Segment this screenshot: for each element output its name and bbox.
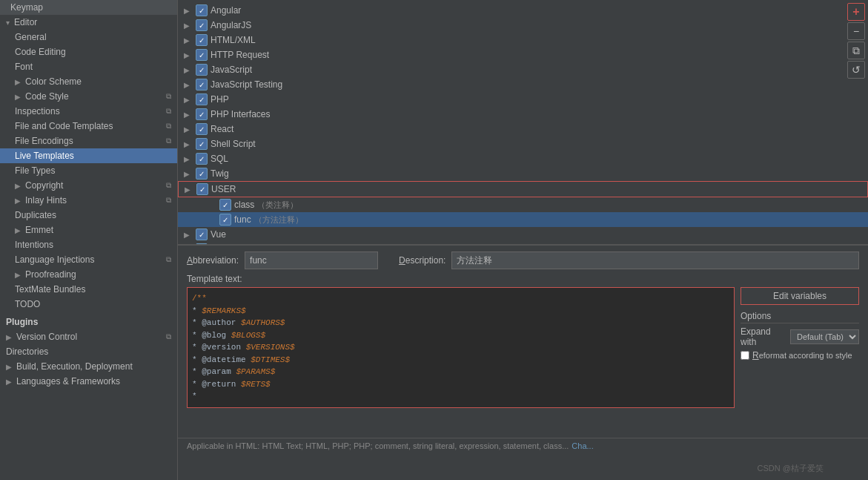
- arrow-icon: ▶: [6, 378, 12, 386]
- copy-button[interactable]: ⧉: [847, 42, 865, 59]
- checkbox-sql[interactable]: ✓: [196, 153, 208, 165]
- reset-button[interactable]: ↺: [847, 61, 865, 79]
- code-line: * $REMARKS$: [192, 305, 729, 318]
- sidebar-item-label: Code Style: [25, 91, 69, 102]
- copy-icon: ⧉: [166, 122, 171, 131]
- tree-item-label: Shell Script: [211, 139, 256, 149]
- sidebar-item-languages[interactable]: ▶ Languages & Frameworks: [0, 374, 177, 389]
- tree-row-twig[interactable]: ▶ ✓ Twig: [178, 166, 868, 181]
- checkbox-angularjs[interactable]: ✓: [196, 19, 208, 31]
- tree-row-shell[interactable]: ▶ ✓ Shell Script: [178, 137, 868, 151]
- sidebar-item-keymap[interactable]: Keymap: [0, 0, 177, 15]
- sidebar-item-plugins[interactable]: Plugins: [0, 315, 177, 329]
- sidebar-item-proofreading[interactable]: ▶ Proofreading: [0, 267, 177, 282]
- tree-row-react[interactable]: ▶ ✓ React: [178, 122, 868, 137]
- sidebar-item-code-editing[interactable]: Code Editing: [0, 45, 177, 59]
- checkbox-shell[interactable]: ✓: [196, 138, 208, 150]
- sidebar-item-inspections[interactable]: Inspections ⧉: [0, 104, 177, 119]
- abbreviation-input[interactable]: [245, 251, 378, 269]
- edit-variables-label: Edit variables: [773, 291, 826, 301]
- sidebar-item-duplicates[interactable]: Duplicates: [0, 208, 177, 223]
- sidebar-item-color-scheme[interactable]: ▶ Color Scheme: [0, 74, 177, 89]
- tree-row-angular[interactable]: ▶ ✓ Angular: [178, 3, 868, 18]
- checkbox-xsl[interactable]: ✓: [196, 243, 208, 245]
- tree-item-label: SQL: [211, 154, 228, 164]
- tree-row-php-iface[interactable]: ▶ ✓ PHP Interfaces: [178, 107, 868, 122]
- checkbox-react[interactable]: ✓: [196, 123, 208, 135]
- tree-item-sublabel: （方法注释）: [254, 214, 303, 226]
- tree-row-user[interactable]: ▶ ✓ USER: [178, 181, 868, 197]
- checkbox-vue[interactable]: ✓: [196, 229, 208, 240]
- checkbox-js[interactable]: ✓: [196, 64, 208, 76]
- sidebar-item-build[interactable]: ▶ Build, Execution, Deployment: [0, 359, 177, 374]
- sidebar-item-directories[interactable]: Directories: [0, 344, 177, 359]
- tree-row-class[interactable]: ✓ class （类注释）: [178, 197, 868, 212]
- tree-row-vue[interactable]: ▶ ✓ Vue: [178, 227, 868, 242]
- arrow-icon: ▶: [15, 182, 21, 190]
- reformat-checkbox[interactable]: [741, 351, 749, 360]
- expand-arrow-icon: ▶: [184, 66, 196, 74]
- sidebar-item-todo[interactable]: TODO: [0, 297, 177, 312]
- checkbox-js-testing[interactable]: ✓: [196, 79, 208, 91]
- tree-row-func[interactable]: ✓ func （方法注释）: [178, 212, 868, 227]
- sidebar-item-label: TextMate Bundles: [15, 284, 85, 295]
- tree-item-label: PHP: [211, 94, 229, 105]
- sidebar-item-textmate[interactable]: TextMate Bundles: [0, 282, 177, 297]
- sidebar-item-intentions[interactable]: Intentions: [0, 237, 177, 252]
- desc-underline: D: [399, 255, 405, 266]
- checkbox-http[interactable]: ✓: [196, 49, 208, 61]
- sidebar-item-label: File Types: [15, 165, 55, 176]
- sidebar-item-copyright[interactable]: ▶ Copyright ⧉: [0, 178, 177, 193]
- tree-row-xsl[interactable]: ▶ ✓ xsl: [178, 242, 868, 245]
- code-line: *: [192, 390, 729, 403]
- expand-arrow-icon: ▶: [184, 140, 196, 148]
- sidebar-item-font[interactable]: Font: [0, 59, 177, 74]
- sidebar-item-emmet[interactable]: ▶ Emmet: [0, 223, 177, 237]
- tree-item-label: JavaScript: [211, 65, 252, 75]
- sidebar-item-general[interactable]: General: [0, 30, 177, 45]
- sidebar-item-file-encodings[interactable]: File Encodings ⧉: [0, 134, 177, 148]
- sidebar-item-label: Font: [15, 62, 33, 72]
- tree-row-html-xml[interactable]: ▶ ✓ HTML/XML: [178, 33, 868, 47]
- description-input[interactable]: [451, 251, 859, 269]
- tree-item-label: JavaScript Testing: [211, 79, 282, 90]
- checkbox-html-xml[interactable]: ✓: [196, 34, 208, 46]
- tree-row-php[interactable]: ▶ ✓ PHP: [178, 92, 868, 107]
- arrow-icon: ▶: [15, 197, 21, 205]
- tree-row-sql[interactable]: ▶ ✓ SQL: [178, 151, 868, 166]
- tree-row-js-testing[interactable]: ▶ ✓ JavaScript Testing: [178, 77, 868, 92]
- sidebar-item-language-injections[interactable]: Language Injections ⧉: [0, 252, 177, 267]
- applicable-link[interactable]: Cha...: [572, 441, 593, 450]
- sidebar-item-code-style[interactable]: ▶ Code Style ⧉: [0, 89, 177, 104]
- checkbox-func[interactable]: ✓: [219, 214, 231, 226]
- checkbox-angular[interactable]: ✓: [196, 4, 208, 16]
- arrow-icon: ▶: [15, 93, 21, 101]
- checkbox-php-iface[interactable]: ✓: [196, 108, 208, 120]
- checkbox-php[interactable]: ✓: [196, 93, 208, 105]
- add-button[interactable]: +: [847, 3, 865, 21]
- sidebar-item-label: Emmet: [25, 225, 53, 235]
- edit-variables-button[interactable]: Edit variables: [741, 287, 859, 305]
- sidebar-item-file-code-templates[interactable]: File and Code Templates ⧉: [0, 119, 177, 134]
- remove-label: −: [853, 25, 859, 37]
- reset-label: ↺: [852, 64, 861, 76]
- checkbox-twig[interactable]: ✓: [196, 168, 208, 180]
- copy-icon: ⧉: [166, 137, 171, 145]
- checkbox-user[interactable]: ✓: [196, 183, 208, 195]
- sidebar-item-version-control[interactable]: ▶ Version Control ⧉: [0, 329, 177, 344]
- sidebar-item-file-types[interactable]: File Types: [0, 163, 177, 178]
- expand-with-select[interactable]: Default (Tab): [790, 329, 859, 344]
- checkbox-class[interactable]: ✓: [219, 199, 231, 211]
- sidebar-item-live-templates[interactable]: Live Templates: [0, 148, 177, 163]
- tree-row-js[interactable]: ▶ ✓ JavaScript: [178, 62, 868, 77]
- remove-button[interactable]: −: [847, 22, 865, 40]
- sidebar-item-editor[interactable]: ▾ Editor: [0, 15, 177, 30]
- sidebar-item-label: Live Templates: [15, 151, 74, 161]
- code-line: * @version $VERSIONS$: [192, 341, 729, 354]
- abbreviation-label: Abbreviation:: [187, 255, 239, 266]
- tree-item-label: HTTP Request: [211, 50, 269, 60]
- tree-row-angularjs[interactable]: ▶ ✓ AngularJS: [178, 18, 868, 33]
- tree-row-http[interactable]: ▶ ✓ HTTP Request: [178, 47, 868, 62]
- sidebar-item-inlay-hints[interactable]: ▶ Inlay Hints ⧉: [0, 193, 177, 208]
- template-editor[interactable]: /** * $REMARKS$ * @author $AUTHORS$ * @b…: [187, 287, 735, 408]
